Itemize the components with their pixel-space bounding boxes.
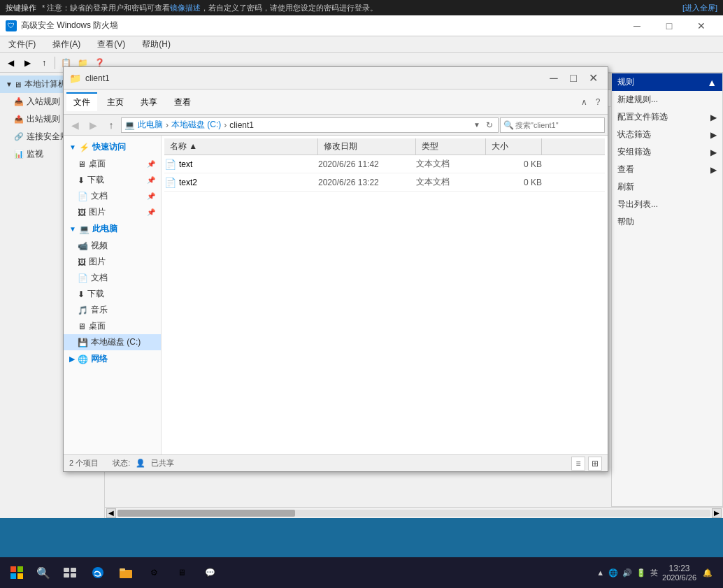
systray-lang[interactable]: 英 <box>650 568 658 578</box>
fw-menu-action[interactable]: 操作(A) <box>50 37 83 52</box>
start-button[interactable] <box>3 559 31 587</box>
fw-hscroll[interactable]: ◀ ▶ <box>105 507 723 518</box>
exp-sidebar-video[interactable]: 📹 视频 <box>64 238 161 254</box>
exp-tab-home[interactable]: 主页 <box>100 92 131 111</box>
fw-action-refresh[interactable]: 刷新 <box>612 178 722 196</box>
exp-maximize-button[interactable]: □ <box>564 69 582 87</box>
fw-outbound-icon: 📤 <box>14 115 24 124</box>
taskbar-clock[interactable]: 13:23 2020/6/26 <box>662 564 696 582</box>
exp-forward-button[interactable]: ▶ <box>85 117 101 134</box>
exp-video-label: 视频 <box>91 240 108 252</box>
exp-col-date-header[interactable]: 修改日期 <box>318 138 416 155</box>
exp-status-icon: 👤 <box>136 459 145 468</box>
exp-collapse-ribbon-btn[interactable]: ∧ <box>577 95 591 109</box>
top-notification-bar: 按键操作 * 注意：缺省的登录用户和密码可查看 镜像描述 ，若自定义了密码，请使… <box>0 0 723 15</box>
fw-action-new-rule[interactable]: 新建规则... <box>612 91 722 108</box>
exp-sidebar-desktop2[interactable]: 🖥 桌面 <box>64 318 161 334</box>
edge-button[interactable] <box>84 559 112 587</box>
exp-bread-computer[interactable]: 此电脑 <box>138 119 163 131</box>
fw-menu-file[interactable]: 文件(F) <box>6 37 38 52</box>
exp-tab-share[interactable]: 共享 <box>134 92 164 111</box>
exp-folder-icon: 📁 <box>69 73 81 84</box>
fw-back-button[interactable]: ◀ <box>3 55 18 71</box>
exp-section-quickaccess[interactable]: ▼ ⚡ 快速访问 <box>64 138 161 156</box>
fw-minimize-button[interactable]: ─ <box>621 15 653 36</box>
exp-back-button[interactable]: ◀ <box>66 117 83 134</box>
exp-col-size-header[interactable]: 大小 <box>486 138 542 155</box>
svg-rect-7 <box>71 573 76 578</box>
exp-tab-view[interactable]: 查看 <box>167 92 198 111</box>
exp-sidebar-desktop1[interactable]: 🖥 桌面 📌 <box>64 156 161 172</box>
notification-center-button[interactable]: 🔔 <box>701 566 715 580</box>
fw-maximize-button[interactable]: □ <box>653 15 685 36</box>
fw-action-profile-filter[interactable]: 配置文件筛选 ▶ <box>612 108 722 126</box>
search-button[interactable]: 🔍 <box>31 560 56 585</box>
exp-column-headers: 名称 ▲ 修改日期 类型 大小 <box>164 138 605 155</box>
exp-help-icon[interactable]: ? <box>591 95 605 109</box>
fw-action-group-filter[interactable]: 安组筛选 ▶ <box>612 143 722 161</box>
systray-arrow[interactable]: ▲ <box>596 568 604 577</box>
exp-close-button[interactable]: ✕ <box>584 69 602 87</box>
exp-sidebar-drive-c[interactable]: 💾 本地磁盘 (C:) <box>64 334 161 350</box>
exp-body: ▼ ⚡ 快速访问 🖥 桌面 📌 ⬇ 下载 📌 📄 文档 📌 <box>64 136 608 454</box>
exp-minimize-button[interactable]: ─ <box>545 69 563 87</box>
exp-address-dropdown[interactable]: ▼ <box>471 120 482 131</box>
exp-tab-file[interactable]: 文件 <box>66 92 97 111</box>
topbar-enter[interactable]: [进入全屏] <box>682 3 717 13</box>
exp-file-row-text2[interactable]: 📄 text2 2020/6/26 13:22 文本文档 0 KB <box>164 173 605 192</box>
fw-action-view[interactable]: 查看 ▶ <box>612 161 722 178</box>
exp-desktop2-icon: 🖥 <box>78 322 86 331</box>
fw-action-help[interactable]: 帮助 <box>612 213 722 231</box>
exp-desktop1-icon: 🖥 <box>78 159 86 169</box>
settings-button[interactable]: ⚙ <box>140 559 168 587</box>
exp-sidebar-docs2[interactable]: 📄 文档 <box>64 270 161 286</box>
fw-view-label: 查看 <box>617 164 634 175</box>
exp-sidebar-music[interactable]: 🎵 音乐 <box>64 302 161 318</box>
exp-sidebar-download1[interactable]: ⬇ 下载 📌 <box>64 172 161 188</box>
exp-bread-drive[interactable]: 本地磁盘 (C:) <box>171 119 221 131</box>
fw-close-button[interactable]: ✕ <box>685 15 717 36</box>
exp-search-input[interactable] <box>515 121 601 129</box>
exp-thispc-expand: ▼ <box>69 225 76 233</box>
exp-detail-view-btn[interactable]: ⊞ <box>588 457 602 471</box>
fw-panel-toggle[interactable]: ▲ <box>707 77 717 88</box>
fw-sidebar-label-monitor: 监视 <box>27 148 43 160</box>
exp-filename-text: text <box>179 159 192 169</box>
rdp-button[interactable]: 🖥 <box>168 559 196 587</box>
exp-section-network[interactable]: ▶ 🌐 网络 <box>64 350 161 368</box>
fw-hscroll-track[interactable] <box>117 510 710 517</box>
exp-col-type-header[interactable]: 类型 <box>416 138 486 155</box>
exp-sidebar-download2[interactable]: ⬇ 下载 <box>64 286 161 302</box>
systray-volume-icon[interactable]: 🔊 <box>622 568 632 578</box>
exp-download1-label: 下载 <box>87 174 104 186</box>
exp-up-button[interactable]: ↑ <box>103 117 120 134</box>
fw-scroll-left-btn[interactable]: ◀ <box>106 508 116 518</box>
exp-search-bar[interactable]: 🔍 <box>500 117 605 133</box>
fw-menu-help[interactable]: 帮助(H) <box>139 37 173 52</box>
fw-action-export[interactable]: 导出列表... <box>612 196 722 213</box>
task-view-button[interactable] <box>56 559 84 587</box>
exp-search-icon: 🔍 <box>503 120 514 130</box>
exp-list-view-btn[interactable]: ≡ <box>571 457 585 471</box>
explorer-button[interactable] <box>112 559 140 587</box>
fw-up-button[interactable]: ↑ <box>36 55 52 71</box>
exp-section-thispc[interactable]: ▼ 💻 此电脑 <box>64 220 161 238</box>
exp-sidebar-pics2[interactable]: 🖼 图片 <box>64 254 161 270</box>
exp-address-refresh[interactable]: ↻ <box>484 120 495 131</box>
exp-sidebar-pics1[interactable]: 🖼 图片 📌 <box>64 204 161 220</box>
exp-docs2-icon: 📄 <box>78 273 88 283</box>
fw-scroll-right-btn[interactable]: ▶ <box>712 508 722 518</box>
topbar-link[interactable]: 镜像描述 <box>170 3 201 13</box>
desktop: 按键操作 * 注意：缺省的登录用户和密码可查看 镜像描述 ，若自定义了密码，请使… <box>0 0 723 588</box>
chat-button[interactable]: 💬 <box>196 559 224 587</box>
exp-bread-folder[interactable]: client1 <box>229 120 254 130</box>
fw-action-status-filter[interactable]: 状态筛选 ▶ <box>612 126 722 143</box>
exp-sidebar-docs1[interactable]: 📄 文档 📌 <box>64 188 161 204</box>
svg-rect-1 <box>17 566 23 572</box>
fw-menu-view[interactable]: 查看(V) <box>94 37 128 52</box>
exp-file-row-text[interactable]: 📄 text 2020/6/26 11:42 文本文档 0 KB <box>164 155 605 173</box>
exp-col-name-header[interactable]: 名称 ▲ <box>164 138 318 155</box>
svg-rect-5 <box>71 568 76 572</box>
exp-address-bar[interactable]: 💻 此电脑 › 本地磁盘 (C:) › client1 ▼ ↻ <box>121 117 499 133</box>
fw-forward-button[interactable]: ▶ <box>20 55 35 71</box>
